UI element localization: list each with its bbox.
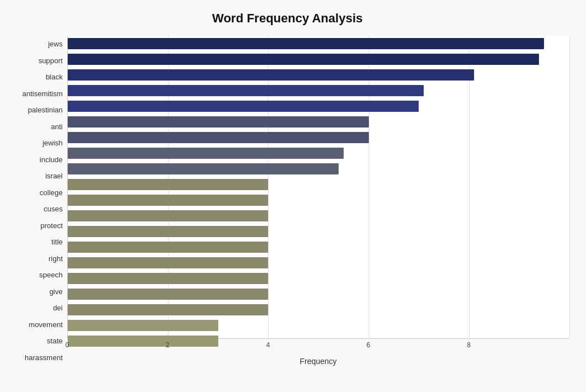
bar-row	[68, 69, 569, 81]
grid-line	[569, 36, 570, 338]
bar	[68, 38, 544, 49]
x-tick: 2	[162, 341, 173, 349]
chart-container: Word Frequency Analysis jewssupportblack…	[0, 0, 586, 392]
x-axis: 02468	[67, 339, 569, 352]
bar-row	[68, 38, 569, 49]
y-axis-label: jewish	[43, 135, 63, 151]
bar	[68, 85, 424, 96]
bar-row	[68, 54, 569, 65]
bar	[68, 54, 539, 65]
bar	[68, 69, 474, 81]
x-tick: 4	[262, 341, 274, 349]
bar-row	[68, 148, 569, 159]
y-axis-label: movement	[29, 317, 63, 332]
bar-row	[68, 304, 569, 315]
y-axis-label: right	[49, 251, 63, 266]
bar	[68, 195, 268, 206]
bar	[68, 101, 419, 112]
y-axis-label: support	[39, 53, 63, 68]
bar	[68, 257, 268, 268]
chart-area: jewssupportblackantisemitismpalestiniana…	[6, 36, 569, 366]
y-axis-label: anti	[51, 119, 63, 134]
y-axis-label: antisemitism	[22, 86, 63, 101]
bar-row	[68, 195, 569, 206]
bar	[68, 242, 268, 253]
bar-row	[68, 226, 569, 237]
y-axis-label: give	[49, 284, 63, 299]
bar	[68, 163, 339, 174]
y-axis-label: harassment	[25, 350, 63, 365]
bar-row	[68, 85, 569, 96]
bar	[68, 320, 218, 331]
y-axis-label: jews	[48, 36, 63, 52]
y-axis-label: palestinian	[28, 102, 63, 118]
bar	[68, 179, 268, 190]
y-axis-label: black	[46, 69, 63, 85]
y-axis-label: dei	[53, 300, 63, 316]
bar-row	[68, 320, 569, 331]
bar-row	[68, 132, 569, 143]
bar-row	[68, 179, 569, 190]
bar	[68, 273, 268, 284]
bar-row	[68, 116, 569, 127]
bars-and-x: 02468 Frequency	[67, 36, 569, 366]
y-axis-label: cuses	[44, 201, 63, 217]
chart-title: Word Frequency Analysis	[6, 11, 569, 26]
bar-row	[68, 273, 569, 284]
x-tick: 8	[463, 341, 475, 349]
y-axis-label: speech	[39, 267, 63, 283]
x-tick: 0	[62, 341, 73, 349]
bar	[68, 226, 268, 237]
y-axis: jewssupportblackantisemitismpalestiniana…	[6, 36, 67, 366]
bar	[68, 132, 369, 143]
bar-row	[68, 210, 569, 221]
bar	[68, 304, 268, 315]
y-axis-label: protect	[40, 218, 63, 233]
bar	[68, 289, 268, 300]
bars-panel	[67, 36, 569, 339]
bar	[68, 210, 268, 221]
y-axis-label: title	[51, 234, 63, 250]
bar	[68, 148, 344, 159]
bar-row	[68, 257, 569, 268]
y-axis-label: college	[40, 185, 63, 200]
x-axis-label: Frequency	[67, 357, 569, 366]
bar	[68, 116, 369, 127]
y-axis-label: include	[40, 152, 63, 167]
bar-row	[68, 242, 569, 253]
bar-row	[68, 163, 569, 174]
y-axis-label: israel	[45, 168, 63, 184]
x-tick: 6	[363, 341, 374, 349]
bar-row	[68, 289, 569, 300]
bar-row	[68, 101, 569, 112]
y-axis-label: state	[47, 333, 63, 349]
